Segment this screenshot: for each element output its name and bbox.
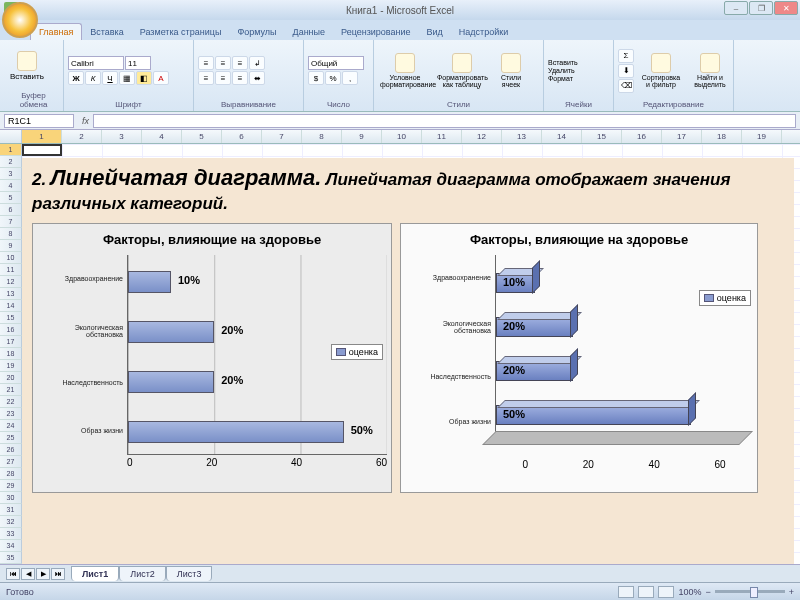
row-header[interactable]: 11 <box>0 264 22 276</box>
cell-styles-button[interactable]: Стили ячеек <box>492 51 530 90</box>
row-header[interactable]: 32 <box>0 516 22 528</box>
underline-button[interactable]: Ч <box>102 71 118 85</box>
row-header[interactable]: 15 <box>0 312 22 324</box>
tab-addins[interactable]: Надстройки <box>451 24 516 40</box>
sheet-tab-2[interactable]: Лист2 <box>119 566 166 581</box>
row-header[interactable]: 2 <box>0 156 22 168</box>
fill-button[interactable]: ⬇ <box>618 64 634 78</box>
col-header[interactable]: 2 <box>62 130 102 143</box>
italic-button[interactable]: К <box>85 71 101 85</box>
row-header[interactable]: 30 <box>0 492 22 504</box>
percent-button[interactable]: % <box>325 71 341 85</box>
col-header[interactable]: 4 <box>142 130 182 143</box>
row-header[interactable]: 17 <box>0 336 22 348</box>
currency-button[interactable]: $ <box>308 71 324 85</box>
office-button[interactable] <box>2 2 38 38</box>
tab-nav-last[interactable]: ⏭ <box>51 568 65 580</box>
row-header[interactable]: 5 <box>0 192 22 204</box>
formula-input[interactable] <box>93 114 796 128</box>
sheet-tab-1[interactable]: Лист1 <box>71 566 119 581</box>
select-all-corner[interactable] <box>0 130 22 143</box>
insert-cells-button[interactable]: Вставить <box>548 59 578 66</box>
row-header[interactable]: 29 <box>0 480 22 492</box>
row-header[interactable]: 4 <box>0 180 22 192</box>
zoom-in-button[interactable]: + <box>789 587 794 597</box>
row-header[interactable]: 8 <box>0 228 22 240</box>
sort-filter-button[interactable]: Сортировка и фильтр <box>637 51 685 90</box>
name-box[interactable] <box>4 114 74 128</box>
format-cells-button[interactable]: Формат <box>548 75 573 82</box>
align-right-button[interactable]: ≡ <box>232 71 248 85</box>
comma-button[interactable]: , <box>342 71 358 85</box>
col-header[interactable]: 6 <box>222 130 262 143</box>
col-header[interactable]: 10 <box>382 130 422 143</box>
row-header[interactable]: 31 <box>0 504 22 516</box>
cond-format-button[interactable]: Условное форматирование <box>378 51 432 90</box>
row-header[interactable]: 35 <box>0 552 22 564</box>
minimize-button[interactable]: – <box>724 1 748 15</box>
wrap-button[interactable]: ↲ <box>249 56 265 70</box>
col-header[interactable]: 5 <box>182 130 222 143</box>
merge-button[interactable]: ⬌ <box>249 71 265 85</box>
tab-formulas[interactable]: Формулы <box>229 24 284 40</box>
autosum-button[interactable]: Σ <box>618 49 634 63</box>
tab-view[interactable]: Вид <box>419 24 451 40</box>
find-select-button[interactable]: Найти и выделить <box>688 51 732 90</box>
row-header[interactable]: 20 <box>0 372 22 384</box>
row-header[interactable]: 13 <box>0 288 22 300</box>
tab-home[interactable]: Главная <box>30 23 82 40</box>
tab-nav-prev[interactable]: ◀ <box>21 568 35 580</box>
border-button[interactable]: ▦ <box>119 71 135 85</box>
col-header[interactable]: 12 <box>462 130 502 143</box>
col-header[interactable]: 13 <box>502 130 542 143</box>
row-header[interactable]: 16 <box>0 324 22 336</box>
row-header[interactable]: 25 <box>0 432 22 444</box>
col-header[interactable]: 19 <box>742 130 782 143</box>
align-top-button[interactable]: ≡ <box>198 56 214 70</box>
bold-button[interactable]: Ж <box>68 71 84 85</box>
row-header[interactable]: 14 <box>0 300 22 312</box>
font-size-combo[interactable]: 11 <box>125 56 151 70</box>
maximize-button[interactable]: ❐ <box>749 1 773 15</box>
row-header[interactable]: 10 <box>0 252 22 264</box>
col-header[interactable]: 7 <box>262 130 302 143</box>
col-header[interactable]: 9 <box>342 130 382 143</box>
active-cell[interactable] <box>22 144 62 156</box>
view-normal-button[interactable] <box>618 586 634 598</box>
align-center-button[interactable]: ≡ <box>215 71 231 85</box>
col-header[interactable]: 17 <box>662 130 702 143</box>
col-header[interactable]: 3 <box>102 130 142 143</box>
row-header[interactable]: 27 <box>0 456 22 468</box>
row-header[interactable]: 6 <box>0 204 22 216</box>
font-color-button[interactable]: A <box>153 71 169 85</box>
col-header[interactable]: 18 <box>702 130 742 143</box>
view-layout-button[interactable] <box>638 586 654 598</box>
row-header[interactable]: 21 <box>0 384 22 396</box>
tab-insert[interactable]: Вставка <box>82 24 131 40</box>
row-header[interactable]: 28 <box>0 468 22 480</box>
clear-button[interactable]: ⌫ <box>618 79 634 93</box>
row-header[interactable]: 12 <box>0 276 22 288</box>
row-header[interactable]: 18 <box>0 348 22 360</box>
align-left-button[interactable]: ≡ <box>198 71 214 85</box>
tab-review[interactable]: Рецензирование <box>333 24 419 40</box>
col-header[interactable]: 14 <box>542 130 582 143</box>
row-header[interactable]: 9 <box>0 240 22 252</box>
tab-data[interactable]: Данные <box>285 24 334 40</box>
row-header[interactable]: 24 <box>0 420 22 432</box>
row-header[interactable]: 33 <box>0 528 22 540</box>
row-header[interactable]: 23 <box>0 408 22 420</box>
col-header[interactable]: 8 <box>302 130 342 143</box>
paste-button[interactable]: Вставить <box>8 49 46 83</box>
row-header[interactable]: 34 <box>0 540 22 552</box>
row-header[interactable]: 22 <box>0 396 22 408</box>
zoom-out-button[interactable]: − <box>705 587 710 597</box>
row-header[interactable]: 19 <box>0 360 22 372</box>
sheet-tab-3[interactable]: Лист3 <box>166 566 213 581</box>
tab-nav-next[interactable]: ▶ <box>36 568 50 580</box>
row-header[interactable]: 26 <box>0 444 22 456</box>
zoom-slider[interactable] <box>715 590 785 593</box>
row-header[interactable]: 3 <box>0 168 22 180</box>
number-format-combo[interactable]: Общий <box>308 56 364 70</box>
format-table-button[interactable]: Форматировать как таблицу <box>435 51 489 90</box>
